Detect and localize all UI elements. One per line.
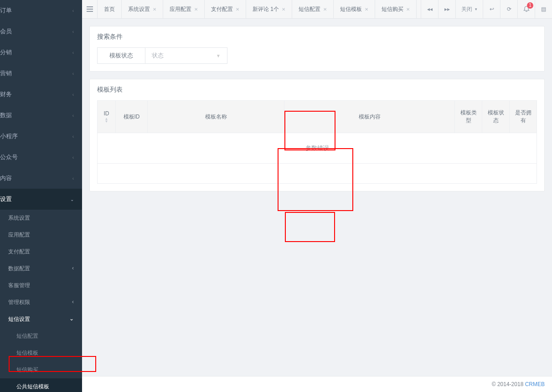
content: 搜索条件 模板状态 状态 ▼ 模板列表: [82, 19, 552, 392]
chevron-left-icon: ‹: [72, 71, 74, 76]
sidebar-item-marketing[interactable]: 营销‹: [0, 63, 82, 84]
sidebar-sub-sms[interactable]: 短信设置⌄: [0, 311, 82, 328]
footer-link[interactable]: CRMEB: [525, 381, 545, 387]
close-icon[interactable]: ✕: [406, 7, 410, 12]
search-panel: 搜索条件 模板状态 状态 ▼: [89, 26, 545, 72]
chevron-down-icon: ⌄: [70, 197, 74, 202]
chevron-left-icon: ‹: [72, 92, 74, 97]
tab-sms-config[interactable]: 短信配置✕: [292, 0, 334, 18]
tab-home[interactable]: 首页: [98, 0, 122, 18]
chevron-left-icon: ‹: [72, 176, 74, 181]
close-icon[interactable]: ✕: [323, 7, 327, 12]
sidebar-sms-buy[interactable]: 短信购买: [0, 361, 82, 378]
undo-button[interactable]: ↩: [483, 0, 500, 18]
footer: © 2014-2018 CRMEB: [82, 376, 552, 392]
filter-label: 模板状态: [97, 47, 145, 64]
sidebar-item-distribution[interactable]: 分销‹: [0, 42, 82, 63]
caret-down-icon: ▾: [475, 7, 477, 11]
close-dropdown[interactable]: 关闭▾: [455, 0, 483, 18]
table-empty-row: 参数错误: [98, 133, 537, 164]
sidebar-sub-pay[interactable]: 支付配置: [0, 243, 82, 260]
sidebar-item-wechat[interactable]: 公众号‹: [0, 147, 82, 168]
dropdown-icon: ▼: [216, 53, 221, 58]
double-left-icon: ◂◂: [427, 6, 433, 12]
select-placeholder: 状态: [152, 52, 164, 60]
notifications-button[interactable]: 1: [517, 0, 535, 18]
chevron-left-icon: ‹: [72, 265, 74, 273]
tab-pay[interactable]: 支付配置✕: [205, 0, 246, 18]
template-table: ID▲▼ 模板ID 模板名称 模板内容 模板类型 模板状态 是否拥有: [97, 100, 537, 184]
tab-sms-template[interactable]: 短信模板✕: [334, 0, 375, 18]
table-row: [98, 164, 537, 184]
sidebar-item-finance[interactable]: 财务‹: [0, 84, 82, 105]
sidebar: 订单‹ 会员‹ 分销‹ 营销‹ 财务‹ 数据‹ 小程序‹ 公众号‹ 内容‹ 设置…: [0, 0, 82, 392]
col-tpl-name: 模板名称: [148, 101, 284, 133]
refresh-icon: ⟳: [507, 6, 511, 12]
chevron-down-icon: ⌄: [69, 315, 74, 323]
sidebar-sub-cs[interactable]: 客服管理: [0, 277, 82, 294]
refresh-button[interactable]: ⟳: [500, 0, 517, 18]
chevron-left-icon: ‹: [72, 155, 74, 160]
sidebar-item-order[interactable]: 订单‹: [0, 0, 82, 21]
double-right-icon: ▸▸: [444, 6, 450, 12]
main: 首页 系统设置✕ 应用配置✕ 支付配置✕ 新评论 1个✕ 短信配置✕ 短信模板✕…: [82, 0, 552, 392]
sidebar-sms-template[interactable]: 短信模板: [0, 345, 82, 361]
list-panel-title: 模板列表: [90, 79, 544, 100]
col-tpl-status: 模板状态: [482, 101, 510, 133]
status-select[interactable]: 状态 ▼: [145, 47, 227, 64]
empty-message: 参数错误: [98, 133, 537, 164]
sidebar-sub-perm[interactable]: 管理权限‹: [0, 294, 82, 311]
undo-icon: ↩: [490, 6, 494, 12]
chevron-left-icon: ‹: [72, 134, 74, 139]
close-icon[interactable]: ✕: [194, 7, 198, 12]
tab-sms-buy[interactable]: 短信购买✕: [375, 0, 417, 18]
col-tpl-content: 模板内容: [284, 101, 455, 133]
chevron-left-icon: ‹: [72, 29, 74, 34]
sort-icon: ▲▼: [100, 118, 113, 123]
search-panel-title: 搜索条件: [90, 26, 544, 47]
sidebar-sub-system[interactable]: 系统设置: [0, 210, 82, 227]
tabs-prev-button[interactable]: ◂◂: [421, 0, 438, 18]
close-icon[interactable]: ✕: [282, 7, 285, 12]
chevron-left-icon: ‹: [72, 299, 74, 306]
chevron-left-icon: ‹: [72, 113, 74, 118]
col-tpl-type: 模板类型: [455, 101, 482, 133]
top-actions: ◂◂ ▸▸ 关闭▾ ↩ ⟳ 1 ▤: [421, 0, 552, 18]
close-icon[interactable]: ✕: [153, 7, 156, 12]
close-icon[interactable]: ✕: [236, 7, 239, 12]
sidebar-sms-public[interactable]: 公共短信模板: [0, 378, 82, 392]
list-panel: 模板列表 ID▲▼ 模板ID 模板名称 模板内容 模板类型 模板状态 是否拥有: [89, 79, 545, 191]
sidebar-item-miniapp[interactable]: 小程序‹: [0, 126, 82, 147]
col-owned: 是否拥有: [510, 101, 537, 133]
sidebar-sub-app[interactable]: 应用配置: [0, 227, 82, 243]
chevron-left-icon: ‹: [72, 50, 74, 55]
close-icon[interactable]: ✕: [365, 7, 368, 12]
panel-button[interactable]: ▤: [535, 0, 552, 18]
menu-toggle-button[interactable]: [82, 0, 98, 18]
tab-reviews[interactable]: 新评论 1个✕: [246, 0, 292, 18]
sidebar-sub-dataconf[interactable]: 数据配置‹: [0, 260, 82, 277]
notification-badge: 1: [527, 2, 533, 9]
tab-system[interactable]: 系统设置✕: [122, 0, 163, 18]
tabs: 首页 系统设置✕ 应用配置✕ 支付配置✕ 新评论 1个✕ 短信配置✕ 短信模板✕…: [98, 0, 421, 18]
panel-icon: ▤: [541, 6, 546, 12]
col-id[interactable]: ID▲▼: [98, 101, 116, 133]
sidebar-item-settings[interactable]: 设置⌄: [0, 189, 82, 210]
tab-app[interactable]: 应用配置✕: [163, 0, 205, 18]
sidebar-sms-config[interactable]: 短信配置: [0, 328, 82, 345]
col-tpl-id: 模板ID: [116, 101, 148, 133]
tabs-next-button[interactable]: ▸▸: [438, 0, 455, 18]
topbar: 首页 系统设置✕ 应用配置✕ 支付配置✕ 新评论 1个✕ 短信配置✕ 短信模板✕…: [82, 0, 552, 19]
sidebar-item-content[interactable]: 内容‹: [0, 168, 82, 189]
chevron-left-icon: ‹: [72, 8, 74, 13]
sidebar-item-member[interactable]: 会员‹: [0, 21, 82, 42]
menu-icon: [87, 6, 93, 12]
footer-text: © 2014-2018: [492, 381, 525, 387]
sidebar-item-data[interactable]: 数据‹: [0, 105, 82, 126]
